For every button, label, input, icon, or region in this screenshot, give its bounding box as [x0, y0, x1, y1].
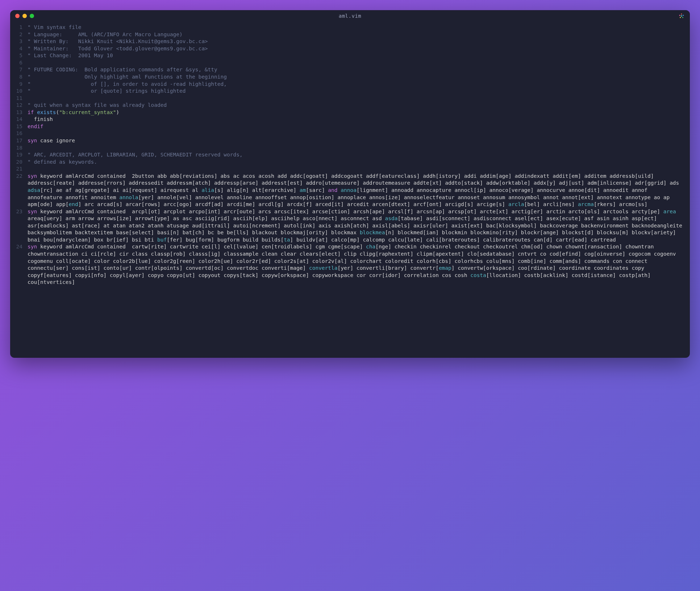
code-line[interactable]: 2" Language: AML (ARC/INFO Arc Macro Lan… [10, 31, 690, 38]
line-number: 17 [16, 137, 28, 144]
line-content[interactable]: " of [], in order to avoid -read highlig… [28, 81, 684, 88]
line-number: 13 [16, 109, 28, 116]
app-logo-icon [678, 13, 685, 19]
line-number: 18 [16, 144, 28, 152]
line-content[interactable]: " Vim syntax file [28, 24, 684, 31]
line-content[interactable]: " ARC, ARCEDIT, ARCPLOT, LIBRARIAN, GRID… [28, 151, 684, 159]
line-number: 8 [16, 74, 28, 81]
code-line[interactable]: 16 [10, 130, 690, 137]
line-content[interactable]: " FUTURE CODING: Bold application comman… [28, 66, 684, 74]
line-content[interactable]: " Last Change: 2001 May 10 [28, 52, 684, 59]
code-line[interactable]: 15endif [10, 123, 690, 130]
line-content[interactable]: " defined as keywords. [28, 159, 684, 166]
line-number: 7 [16, 66, 28, 74]
window-title: aml.vim [339, 13, 362, 19]
code-line[interactable]: 8" Only highlight aml Functions at the b… [10, 74, 690, 81]
line-content[interactable]: " Language: AML (ARC/INFO Arc Macro Lang… [28, 31, 684, 38]
line-number: 14 [16, 116, 28, 123]
code-line[interactable]: 4" Maintainer: Todd Glover <todd.glover@… [10, 45, 690, 53]
code-line[interactable]: 17syn case ignore [10, 137, 690, 144]
line-content[interactable] [28, 130, 684, 137]
code-line[interactable]: 24syn keyword amlArcCmd contained cartw[… [10, 243, 690, 286]
code-line[interactable]: 13if exists("b:current_syntax") [10, 109, 690, 116]
minimize-button[interactable] [22, 14, 27, 18]
line-content[interactable]: " or [quote] strings highlighted [28, 88, 684, 95]
code-line[interactable]: 9" of [], in order to avoid -read highli… [10, 81, 690, 88]
line-number: 2 [16, 31, 28, 38]
line-content[interactable]: syn case ignore [28, 137, 684, 144]
line-content[interactable]: " Written By: Nikki Knuit <Nikki.Knuit@g… [28, 38, 684, 45]
line-number: 21 [16, 165, 28, 173]
line-content[interactable]: " Only highlight aml Functions at the be… [28, 74, 684, 81]
line-number: 16 [16, 130, 28, 137]
line-content[interactable]: syn keyword amlArcCmd contained arcpl[ot… [28, 208, 684, 244]
titlebar: aml.vim [10, 10, 690, 22]
line-number: 1 [16, 24, 28, 31]
line-number: 10 [16, 88, 28, 95]
code-line[interactable]: 22syn keyword amlArcCmd contained 2butto… [10, 173, 690, 208]
code-line[interactable]: 20" defined as keywords. [10, 159, 690, 166]
code-line[interactable]: 10" or [quote] strings highlighted [10, 88, 690, 95]
code-line[interactable]: 11 [10, 95, 690, 102]
line-number: 12 [16, 102, 28, 109]
editor-window: aml.vim 1" Vim syntax file2" Language: A… [10, 10, 690, 358]
code-line[interactable]: 18 [10, 144, 690, 152]
code-area[interactable]: 1" Vim syntax file2" Language: AML (ARC/… [10, 22, 690, 293]
line-number: 4 [16, 45, 28, 53]
code-line[interactable]: 1" Vim syntax file [10, 24, 690, 31]
svg-point-4 [680, 17, 681, 18]
code-line[interactable]: 6 [10, 59, 690, 67]
svg-point-3 [682, 17, 683, 18]
close-button[interactable] [15, 14, 20, 18]
line-content[interactable] [28, 95, 684, 102]
traffic-lights [15, 14, 34, 18]
code-line[interactable]: 19" ARC, ARCEDIT, ARCPLOT, LIBRARIAN, GR… [10, 151, 690, 159]
line-number: 9 [16, 81, 28, 88]
svg-point-2 [683, 15, 684, 16]
line-content[interactable] [28, 165, 684, 173]
svg-point-5 [679, 15, 680, 16]
line-content[interactable]: syn keyword amlArcCmd contained 2button … [28, 173, 684, 208]
line-number: 5 [16, 52, 28, 59]
code-line[interactable]: 23syn keyword amlArcCmd contained arcpl[… [10, 208, 690, 244]
line-number: 23 [16, 208, 28, 244]
code-line[interactable]: 21 [10, 165, 690, 173]
line-number: 24 [16, 243, 28, 286]
code-line[interactable]: 7" FUTURE CODING: Bold application comma… [10, 66, 690, 74]
code-line[interactable]: 3" Written By: Nikki Knuit <Nikki.Knuit@… [10, 38, 690, 45]
code-line[interactable]: 5" Last Change: 2001 May 10 [10, 52, 690, 59]
line-number: 19 [16, 151, 28, 159]
line-content[interactable]: endif [28, 123, 684, 130]
line-number: 11 [16, 95, 28, 102]
line-content[interactable]: " quit when a syntax file was already lo… [28, 102, 684, 109]
line-content[interactable]: " Maintainer: Todd Glover <todd.glover@g… [28, 45, 684, 53]
line-content[interactable] [28, 144, 684, 152]
line-number: 15 [16, 123, 28, 130]
maximize-button[interactable] [30, 14, 34, 18]
line-content[interactable] [28, 59, 684, 67]
line-content[interactable]: finish [28, 116, 684, 123]
line-number: 22 [16, 173, 28, 208]
line-number: 3 [16, 38, 28, 45]
code-line[interactable]: 14 finish [10, 116, 690, 123]
line-content[interactable]: if exists("b:current_syntax") [28, 109, 684, 116]
line-number: 20 [16, 159, 28, 166]
svg-point-1 [681, 13, 682, 14]
code-line[interactable]: 12" quit when a syntax file was already … [10, 102, 690, 109]
line-content[interactable]: syn keyword amlArcCmd contained cartw[ri… [28, 243, 684, 286]
line-number: 6 [16, 59, 28, 67]
svg-point-0 [681, 15, 682, 17]
